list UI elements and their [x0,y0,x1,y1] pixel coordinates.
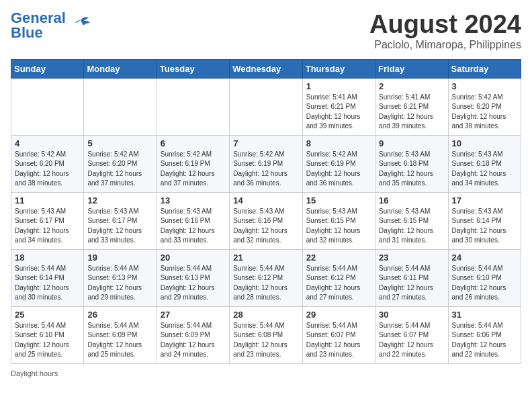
day-number: 9 [379,138,444,148]
day-info: Sunrise: 5:44 AM Sunset: 6:13 PM Dayligh… [87,264,152,303]
calendar-cell: 15Sunrise: 5:43 AM Sunset: 6:15 PM Dayli… [302,192,375,249]
day-info: Sunrise: 5:44 AM Sunset: 6:11 PM Dayligh… [379,264,444,303]
day-number: 7 [233,138,298,148]
day-number: 11 [15,195,80,205]
day-info: Sunrise: 5:43 AM Sunset: 6:16 PM Dayligh… [161,207,226,246]
day-info: Sunrise: 5:43 AM Sunset: 6:15 PM Dayligh… [379,207,444,246]
weekday-header-sunday: Sunday [11,59,84,78]
calendar-cell: 24Sunrise: 5:44 AM Sunset: 6:10 PM Dayli… [448,249,521,306]
calendar-cell: 22Sunrise: 5:44 AM Sunset: 6:12 PM Dayli… [302,249,375,306]
logo-general: General [11,11,66,26]
day-number: 19 [87,253,152,263]
logo: General Blue [11,11,93,40]
day-number: 2 [379,81,444,91]
day-info: Sunrise: 5:42 AM Sunset: 6:19 PM Dayligh… [161,150,226,189]
location: Paclolo, Mimaropa, Philippines [369,39,521,51]
day-number: 16 [379,195,444,205]
day-info: Sunrise: 5:42 AM Sunset: 6:20 PM Dayligh… [452,93,517,132]
calendar-cell: 27Sunrise: 5:44 AM Sunset: 6:09 PM Dayli… [157,306,229,363]
calendar-cell: 10Sunrise: 5:43 AM Sunset: 6:18 PM Dayli… [448,135,521,192]
day-number: 4 [15,138,80,148]
title-block: August 2024 Paclolo, Mimaropa, Philippin… [369,11,521,51]
calendar-cell: 19Sunrise: 5:44 AM Sunset: 6:13 PM Dayli… [84,249,157,306]
day-number: 18 [15,253,80,263]
day-info: Sunrise: 5:44 AM Sunset: 6:08 PM Dayligh… [233,321,298,360]
calendar-cell: 16Sunrise: 5:43 AM Sunset: 6:15 PM Dayli… [375,192,448,249]
calendar-cell: 26Sunrise: 5:44 AM Sunset: 6:09 PM Dayli… [84,306,157,363]
day-number: 23 [379,253,444,263]
daylight-label: Daylight hours [11,369,58,377]
calendar-cell: 14Sunrise: 5:43 AM Sunset: 6:16 PM Dayli… [230,192,302,249]
day-info: Sunrise: 5:41 AM Sunset: 6:21 PM Dayligh… [306,93,371,132]
day-info: Sunrise: 5:44 AM Sunset: 6:09 PM Dayligh… [161,321,226,360]
day-info: Sunrise: 5:43 AM Sunset: 6:18 PM Dayligh… [379,150,444,189]
calendar-cell: 7Sunrise: 5:42 AM Sunset: 6:19 PM Daylig… [230,135,302,192]
day-number: 27 [161,310,226,320]
day-info: Sunrise: 5:44 AM Sunset: 6:10 PM Dayligh… [15,321,80,360]
day-info: Sunrise: 5:44 AM Sunset: 6:13 PM Dayligh… [161,264,226,303]
day-number: 3 [452,81,517,91]
calendar-cell [230,78,302,135]
day-number: 26 [87,310,152,320]
day-number: 21 [233,253,298,263]
month-title: August 2024 [369,11,521,39]
day-info: Sunrise: 5:42 AM Sunset: 6:19 PM Dayligh… [233,150,298,189]
page-header: General Blue August 2024 Paclolo, Mimaro… [11,11,521,51]
day-info: Sunrise: 5:43 AM Sunset: 6:17 PM Dayligh… [15,207,80,246]
calendar-cell: 28Sunrise: 5:44 AM Sunset: 6:08 PM Dayli… [230,306,302,363]
calendar-week-row: 1Sunrise: 5:41 AM Sunset: 6:21 PM Daylig… [11,78,521,135]
calendar-cell [11,78,84,135]
day-info: Sunrise: 5:42 AM Sunset: 6:20 PM Dayligh… [87,150,152,189]
day-number: 24 [452,253,517,263]
calendar-cell: 30Sunrise: 5:44 AM Sunset: 6:07 PM Dayli… [375,306,448,363]
calendar-cell: 12Sunrise: 5:43 AM Sunset: 6:17 PM Dayli… [84,192,157,249]
day-number: 29 [306,310,371,320]
day-info: Sunrise: 5:44 AM Sunset: 6:09 PM Dayligh… [87,321,152,360]
day-info: Sunrise: 5:44 AM Sunset: 6:10 PM Dayligh… [452,264,517,303]
day-number: 6 [161,138,226,148]
weekday-header-thursday: Thursday [302,59,375,78]
day-number: 31 [452,310,517,320]
day-number: 5 [87,138,152,148]
footer: Daylight hours [11,369,521,377]
calendar-cell: 29Sunrise: 5:44 AM Sunset: 6:07 PM Dayli… [302,306,375,363]
day-info: Sunrise: 5:42 AM Sunset: 6:19 PM Dayligh… [306,150,371,189]
calendar-cell: 13Sunrise: 5:43 AM Sunset: 6:16 PM Dayli… [157,192,229,249]
day-info: Sunrise: 5:44 AM Sunset: 6:06 PM Dayligh… [452,321,517,360]
day-number: 1 [306,81,371,91]
calendar-cell: 20Sunrise: 5:44 AM Sunset: 6:13 PM Dayli… [157,249,229,306]
calendar-table: SundayMondayTuesdayWednesdayThursdayFrid… [11,59,521,364]
calendar-cell: 25Sunrise: 5:44 AM Sunset: 6:10 PM Dayli… [11,306,84,363]
day-number: 14 [233,195,298,205]
logo-blue: Blue [11,26,66,40]
weekday-header-row: SundayMondayTuesdayWednesdayThursdayFrid… [11,59,521,78]
calendar-cell: 21Sunrise: 5:44 AM Sunset: 6:12 PM Dayli… [230,249,302,306]
calendar-cell: 2Sunrise: 5:41 AM Sunset: 6:21 PM Daylig… [375,78,448,135]
calendar-week-row: 11Sunrise: 5:43 AM Sunset: 6:17 PM Dayli… [11,192,521,249]
calendar-cell: 1Sunrise: 5:41 AM Sunset: 6:21 PM Daylig… [302,78,375,135]
day-info: Sunrise: 5:42 AM Sunset: 6:20 PM Dayligh… [15,150,80,189]
day-info: Sunrise: 5:44 AM Sunset: 6:12 PM Dayligh… [306,264,371,303]
calendar-cell: 17Sunrise: 5:43 AM Sunset: 6:14 PM Dayli… [448,192,521,249]
day-number: 15 [306,195,371,205]
day-number: 17 [452,195,517,205]
calendar-cell: 31Sunrise: 5:44 AM Sunset: 6:06 PM Dayli… [448,306,521,363]
calendar-week-row: 25Sunrise: 5:44 AM Sunset: 6:10 PM Dayli… [11,306,521,363]
calendar-cell: 9Sunrise: 5:43 AM Sunset: 6:18 PM Daylig… [375,135,448,192]
weekday-header-saturday: Saturday [448,59,521,78]
calendar-cell: 5Sunrise: 5:42 AM Sunset: 6:20 PM Daylig… [84,135,157,192]
calendar-week-row: 4Sunrise: 5:42 AM Sunset: 6:20 PM Daylig… [11,135,521,192]
day-info: Sunrise: 5:41 AM Sunset: 6:21 PM Dayligh… [379,93,444,132]
day-info: Sunrise: 5:44 AM Sunset: 6:12 PM Dayligh… [233,264,298,303]
day-number: 13 [161,195,226,205]
day-info: Sunrise: 5:43 AM Sunset: 6:18 PM Dayligh… [452,150,517,189]
day-info: Sunrise: 5:43 AM Sunset: 6:14 PM Dayligh… [452,207,517,246]
day-info: Sunrise: 5:44 AM Sunset: 6:07 PM Dayligh… [306,321,371,360]
day-info: Sunrise: 5:43 AM Sunset: 6:16 PM Dayligh… [233,207,298,246]
day-info: Sunrise: 5:44 AM Sunset: 6:07 PM Dayligh… [379,321,444,360]
day-number: 12 [87,195,152,205]
weekday-header-tuesday: Tuesday [157,59,229,78]
day-number: 22 [306,253,371,263]
calendar-cell: 4Sunrise: 5:42 AM Sunset: 6:20 PM Daylig… [11,135,84,192]
calendar-cell [84,78,157,135]
